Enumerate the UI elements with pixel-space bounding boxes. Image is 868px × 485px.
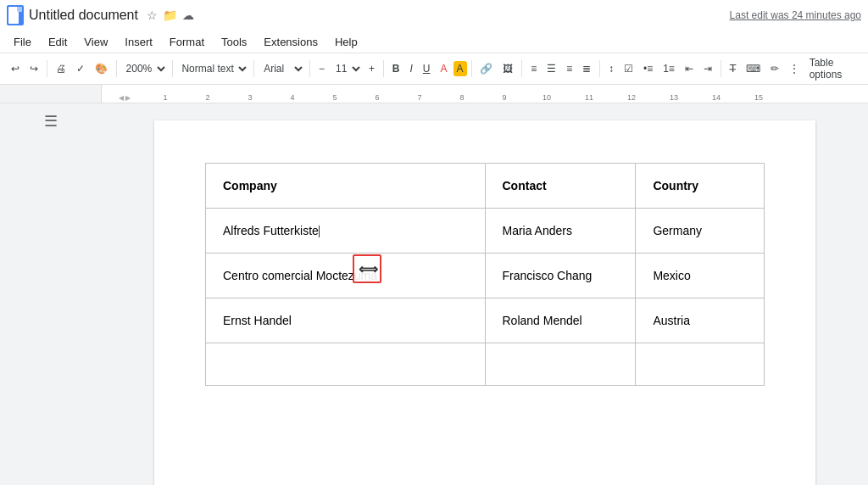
table-header-row: Company Contact Country: [206, 164, 765, 209]
align-center-button[interactable]: ☰: [542, 60, 560, 77]
clear-format-button[interactable]: T̶: [726, 60, 740, 77]
ruler: ◀ ▶ 1 2 3 4 5 6 7 8 9 10 11 12 13 14 15: [0, 85, 868, 103]
spell-button[interactable]: ✓: [72, 60, 89, 77]
cloud-icon[interactable]: ☁: [182, 8, 194, 22]
menu-format[interactable]: Format: [163, 34, 211, 50]
sidebar: ☰: [0, 103, 102, 485]
extra-button-2[interactable]: ✏: [766, 60, 783, 77]
image-button[interactable]: 🖼: [498, 60, 517, 77]
divider-1: [47, 60, 47, 77]
document-area: ⟺ Company Contact Country Alfreds Futter…: [102, 103, 868, 485]
star-icon[interactable]: ☆: [147, 8, 158, 22]
cell-company-4[interactable]: [206, 343, 486, 386]
extra-button-3[interactable]: ⋮: [785, 60, 804, 77]
italic-button[interactable]: I: [405, 60, 416, 77]
header-country[interactable]: Country: [636, 164, 765, 209]
cell-country-3[interactable]: Austria: [636, 298, 765, 343]
align-left-button[interactable]: ≡: [526, 60, 541, 77]
divider-5: [309, 60, 310, 77]
cell-company-1[interactable]: Alfreds Futterkiste: [206, 209, 486, 254]
header-company[interactable]: Company: [206, 164, 486, 209]
divider-9: [599, 60, 600, 77]
cell-contact-2[interactable]: Francisco Chang: [485, 254, 636, 298]
main-area: ☰ ⟺ Company Contact Country Alfreds Futt…: [0, 103, 868, 485]
ruler-marks: ◀ ▶ 1 2 3 4 5 6 7 8 9 10 11 12 13 14 15: [102, 93, 868, 103]
bullet-list-button[interactable]: •≡: [639, 60, 657, 77]
table-options-button[interactable]: Table options: [805, 54, 861, 83]
cell-company-3[interactable]: Ernst Handel: [206, 298, 486, 343]
divider-10: [721, 60, 721, 77]
cell-contact-4[interactable]: [485, 343, 636, 386]
zoom-select[interactable]: 200% 100% 150%: [121, 60, 168, 77]
table-row: Centro comercial Moctezuma Francisco Cha…: [206, 254, 765, 298]
divider-3: [172, 60, 173, 77]
menu-help[interactable]: Help: [328, 34, 364, 50]
toolbar: ↩ ↪ 🖨 ✓ 🎨 200% 100% 150% Normal text Hea…: [0, 53, 868, 85]
menu-edit[interactable]: Edit: [42, 34, 74, 50]
doc-icon: [7, 5, 24, 25]
divider-4: [253, 60, 254, 77]
decrease-indent-button[interactable]: ⇤: [681, 60, 698, 77]
cell-country-4[interactable]: [636, 343, 765, 386]
cell-country-1[interactable]: Germany: [636, 209, 765, 254]
align-right-button[interactable]: ≡: [562, 60, 576, 77]
cell-country-2[interactable]: Mexico: [636, 254, 765, 298]
align-justify-button[interactable]: ≣: [578, 60, 595, 77]
folder-icon[interactable]: 📁: [163, 8, 177, 22]
page: ⟺ Company Contact Country Alfreds Futter…: [154, 120, 815, 485]
data-table: Company Contact Country Alfreds Futterki…: [205, 163, 765, 386]
divider-8: [521, 60, 522, 77]
font-size-decrease[interactable]: −: [314, 60, 329, 77]
divider-7: [471, 60, 472, 77]
ruler-content: ◀ ▶ 1 2 3 4 5 6 7 8 9 10 11 12 13 14 15: [102, 85, 868, 103]
cell-contact-3[interactable]: Roland Mendel: [485, 298, 636, 343]
redo-button[interactable]: ↪: [25, 60, 42, 77]
font-size-select[interactable]: 11.5 10 12: [331, 60, 363, 77]
highlight-button[interactable]: A: [453, 61, 467, 76]
numbered-list-button[interactable]: 1≡: [659, 60, 679, 77]
undo-button[interactable]: ↩: [7, 60, 24, 77]
menu-tools[interactable]: Tools: [214, 34, 253, 50]
bold-button[interactable]: B: [388, 60, 404, 77]
underline-button[interactable]: U: [419, 60, 435, 77]
paint-button[interactable]: 🎨: [91, 60, 112, 77]
checklist-button[interactable]: ☑: [620, 60, 637, 77]
table-row: [206, 343, 765, 386]
text-color-button[interactable]: A: [437, 60, 452, 77]
title-bar: Untitled document ☆ 📁 ☁ Last edit was 24…: [0, 0, 868, 31]
cell-contact-1[interactable]: Maria Anders: [485, 209, 636, 254]
ruler-left: [0, 85, 102, 103]
divider-2: [116, 60, 117, 77]
menu-bar: File Edit View Insert Format Tools Exten…: [0, 31, 868, 53]
menu-insert[interactable]: Insert: [118, 34, 159, 50]
resize-icon: ⟺: [359, 261, 376, 277]
menu-view[interactable]: View: [77, 34, 114, 50]
link-button[interactable]: 🔗: [476, 60, 497, 77]
last-edit[interactable]: Last edit was 24 minutes ago: [730, 9, 861, 21]
divider-6: [383, 60, 384, 77]
font-select[interactable]: Arial Times New Roman: [259, 60, 305, 77]
table-row: Alfreds Futterkiste Maria Anders Germany: [206, 209, 765, 254]
menu-file[interactable]: File: [7, 34, 38, 50]
print-button[interactable]: 🖨: [52, 60, 70, 77]
cell-company-2[interactable]: Centro comercial Moctezuma: [206, 254, 486, 298]
line-spacing-button[interactable]: ↕: [604, 60, 618, 77]
menu-extensions[interactable]: Extensions: [257, 34, 325, 50]
column-resize-handle[interactable]: ⟺: [353, 254, 381, 283]
header-contact[interactable]: Contact: [485, 164, 636, 209]
document-title[interactable]: Untitled document: [29, 8, 138, 23]
style-select[interactable]: Normal text Heading 1 Heading 2: [176, 60, 249, 77]
increase-indent-button[interactable]: ⇥: [699, 60, 716, 77]
text-caret: [319, 226, 320, 237]
extra-button-1[interactable]: ⌨: [742, 60, 765, 77]
font-size-increase[interactable]: +: [364, 60, 379, 77]
title-icons: ☆ 📁 ☁: [147, 8, 194, 22]
table-row: Ernst Handel Roland Mendel Austria: [206, 298, 765, 343]
sidebar-list-icon[interactable]: ☰: [44, 112, 58, 131]
